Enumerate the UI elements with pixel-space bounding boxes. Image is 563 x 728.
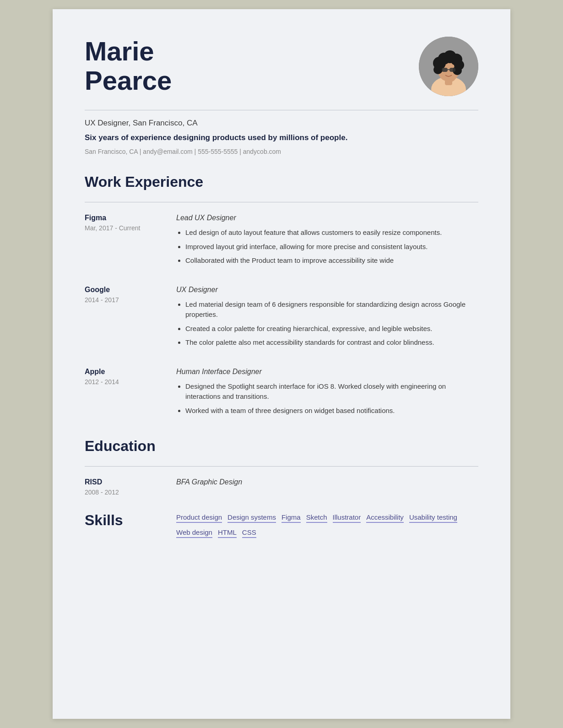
exp-right-figma: Lead UX Designer Led design of auto layo… — [176, 214, 478, 270]
bullets-figma: Led design of auto layout feature that a… — [176, 228, 478, 266]
name-block: Marie Pearce — [85, 37, 172, 95]
bullet-item: Created a color palette for creating hie… — [185, 324, 478, 334]
svg-rect-12 — [449, 68, 455, 72]
contact-info: San Francisco, CA | andy@email.com | 555… — [85, 148, 478, 155]
education-divider — [85, 466, 478, 467]
skills-tags-container: Product design Design systems Figma Sket… — [176, 510, 478, 538]
work-experience-divider — [85, 202, 478, 202]
bullet-item: Led design of auto layout feature that a… — [185, 228, 478, 238]
experience-item-apple: Apple 2012 - 2014 Human Interface Design… — [85, 368, 478, 420]
education-item-risd: RISD 2008 - 2012 BFA Graphic Design — [85, 478, 478, 496]
header-section: Marie Pearce — [85, 37, 478, 96]
exp-left-google: Google 2014 - 2017 — [85, 286, 176, 352]
full-name: Marie Pearce — [85, 37, 172, 95]
skills-heading: Skills — [85, 510, 176, 529]
experience-item-figma: Figma Mar, 2017 - Current Lead UX Design… — [85, 214, 478, 270]
exp-right-apple: Human Interface Designer Designed the Sp… — [176, 368, 478, 420]
exp-left-figma: Figma Mar, 2017 - Current — [85, 214, 176, 270]
role-figma: Lead UX Designer — [176, 214, 478, 222]
skill-tag-sketch: Sketch — [306, 513, 327, 523]
svg-point-10 — [433, 65, 443, 74]
svg-rect-11 — [442, 68, 448, 72]
bullets-google: Led material design team of 6 designers … — [176, 299, 478, 348]
work-experience-heading: Work Experience — [85, 174, 478, 190]
header-divider — [85, 110, 478, 110]
skill-tag-product-design: Product design — [176, 513, 222, 523]
company-name-figma: Figma — [85, 214, 167, 222]
bullet-item: Collaborated with the Product team to im… — [185, 255, 478, 266]
school-date-risd: 2008 - 2012 — [85, 489, 167, 496]
bullet-item: Designed the Spotlight search interface … — [185, 381, 478, 402]
work-experience-list: Figma Mar, 2017 - Current Lead UX Design… — [85, 214, 478, 419]
company-name-google: Google — [85, 286, 167, 294]
avatar — [419, 37, 478, 96]
bullets-apple: Designed the Spotlight search interface … — [176, 381, 478, 416]
skills-section: Skills Product design Design systems Fig… — [85, 510, 478, 538]
role-google: UX Designer — [176, 286, 478, 294]
skill-tag-illustrator: Illustrator — [333, 513, 361, 523]
company-name-apple: Apple — [85, 368, 167, 376]
company-date-apple: 2012 - 2014 — [85, 378, 167, 386]
degree-risd: BFA Graphic Design — [176, 478, 478, 486]
experience-item-google: Google 2014 - 2017 UX Designer Led mater… — [85, 286, 478, 352]
skill-tag-figma: Figma — [282, 513, 301, 523]
skill-tag-design-systems: Design systems — [227, 513, 276, 523]
bullet-item: Worked with a team of three designers on… — [185, 406, 478, 416]
job-title: UX Designer, San Francisco, CA — [85, 119, 478, 128]
bullet-item: Improved layout grid interface, allowing… — [185, 242, 478, 252]
tagline: Six years of experience designing produc… — [85, 133, 478, 142]
edu-left-risd: RISD 2008 - 2012 — [85, 478, 176, 496]
skill-tag-css: CSS — [242, 528, 256, 538]
resume-container: Marie Pearce — [53, 9, 510, 719]
bullet-item: Led material design team of 6 designers … — [185, 299, 478, 320]
skill-tag-html: HTML — [218, 528, 237, 538]
company-date-figma: Mar, 2017 - Current — [85, 224, 167, 232]
exp-right-google: UX Designer Led material design team of … — [176, 286, 478, 352]
role-apple: Human Interface Designer — [176, 368, 478, 376]
skill-tag-web-design: Web design — [176, 528, 212, 538]
company-date-google: 2014 - 2017 — [85, 296, 167, 304]
school-name-risd: RISD — [85, 478, 167, 486]
education-list: RISD 2008 - 2012 BFA Graphic Design — [85, 478, 478, 496]
exp-left-apple: Apple 2012 - 2014 — [85, 368, 176, 420]
skill-tag-accessibility: Accessibility — [366, 513, 404, 523]
bullet-item: The color palette also met accessibility… — [185, 337, 478, 348]
education-heading: Education — [85, 438, 478, 455]
edu-right-risd: BFA Graphic Design — [176, 478, 478, 496]
skill-tag-usability-testing: Usability testing — [409, 513, 457, 523]
